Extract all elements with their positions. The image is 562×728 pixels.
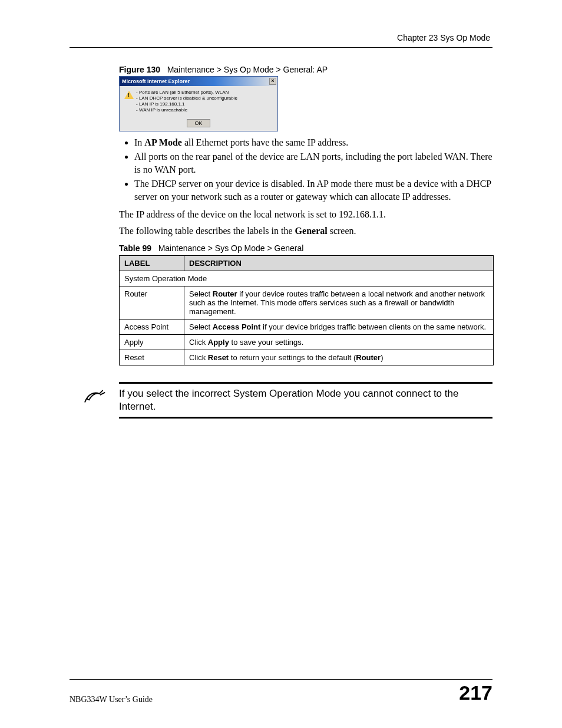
dialog-message: - Ports are LAN (all 5 Ethernet ports), … (136, 90, 237, 113)
header-rule (70, 47, 492, 48)
warning-icon (124, 90, 136, 113)
table-caption-text: Maintenance > Sys Op Mode > General (158, 243, 304, 253)
row-label: Apply (120, 335, 184, 350)
table-section: System Operation Mode (120, 271, 494, 286)
table-row: Reset Click Reset to return your setting… (120, 350, 494, 365)
dialog-line: - WAN IP is unreachable (136, 107, 237, 113)
dialog-line: - LAN IP is 192.168.1.1 (136, 101, 237, 107)
dialog-titlebar: Microsoft Internet Explorer × (120, 77, 277, 86)
labels-table: LABEL DESCRIPTION System Operation Mode … (119, 255, 494, 365)
list-item: In AP Mode all Ethernet ports have the s… (134, 136, 492, 149)
note-rule-bottom (119, 417, 492, 419)
bullet-list: In AP Mode all Ethernet ports have the s… (134, 136, 492, 203)
table-row: Router Select Router if your device rout… (120, 286, 494, 319)
note-rule-top (119, 382, 492, 384)
table-row: Apply Click Apply to save your settings. (120, 335, 494, 350)
ok-button[interactable]: OK (187, 119, 210, 127)
footer-rule (70, 679, 492, 680)
table-caption: Table 99 Maintenance > Sys Op Mode > Gen… (119, 243, 492, 253)
note-icon (70, 387, 119, 406)
figure-caption: Figure 130 Maintenance > Sys Op Mode > G… (119, 65, 492, 74)
running-head: Chapter 23 Sys Op Mode (397, 33, 490, 42)
dialog-title: Microsoft Internet Explorer (122, 78, 190, 84)
list-item: The DHCP server on your device is disabl… (134, 177, 492, 203)
paragraph: The following table describes the labels… (119, 225, 492, 238)
table-label: Table 99 (119, 243, 151, 253)
row-label: Reset (120, 350, 184, 365)
table-header: LABEL (120, 256, 184, 271)
row-label: Access Point (120, 319, 184, 335)
dialog-line: - Ports are LAN (all 5 Ethernet ports), … (136, 90, 237, 95)
close-icon[interactable]: × (269, 78, 276, 85)
dialog-box: Microsoft Internet Explorer × - Ports ar… (119, 76, 278, 131)
table-header: DESCRIPTION (184, 256, 494, 271)
page-number: 217 (459, 681, 492, 704)
note-text: If you select the incorrect System Opera… (119, 387, 492, 413)
list-item: All ports on the rear panel of the devic… (134, 150, 492, 176)
row-label: Router (120, 286, 184, 319)
paragraph: The IP address of the device on the loca… (119, 208, 492, 221)
row-desc: Select Router if your device routes traf… (184, 286, 494, 319)
row-desc: Click Reset to return your settings to t… (184, 350, 494, 365)
table-row: Access Point Select Access Point if your… (120, 319, 494, 335)
footer-guide: NBG334W User’s Guide (70, 695, 153, 704)
row-desc: Click Apply to save your settings. (184, 335, 494, 350)
note-block: If you select the incorrect System Opera… (70, 382, 492, 419)
figure-caption-text: Maintenance > Sys Op Mode > General: AP (167, 65, 328, 74)
dialog-line: - LAN DHCP server is disabled & unconfig… (136, 95, 237, 101)
row-desc: Select Access Point if your device bridg… (184, 319, 494, 335)
figure-label: Figure 130 (119, 65, 160, 74)
